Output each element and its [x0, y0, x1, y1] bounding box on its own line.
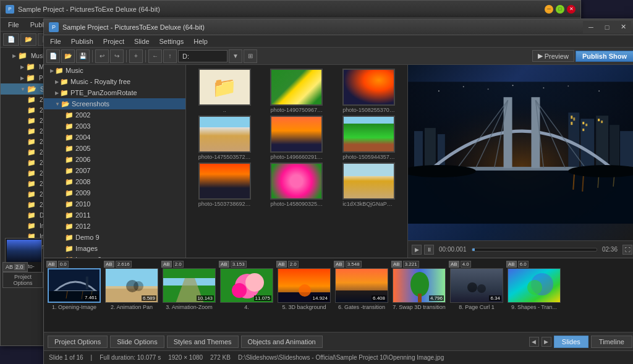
- slide-5[interactable]: AB 2.0 14.924 5. 3D background: [276, 261, 332, 329]
- nav-right-btn[interactable]: ▶: [542, 337, 551, 347]
- slide-options-btn[interactable]: Slide Options: [110, 336, 164, 348]
- tb-sep2: [126, 50, 127, 62]
- slide-8[interactable]: AB 4.0 6.34 8. Page Curl 1: [449, 261, 504, 329]
- back-maximize-btn[interactable]: □: [556, 5, 564, 14]
- ft-music[interactable]: ▶ 📁 Music: [44, 65, 185, 76]
- tb-open-btn[interactable]: 📂: [61, 49, 75, 63]
- file-thumb-0[interactable]: photo-14907509678688...: [262, 69, 332, 113]
- ft-2006[interactable]: 📁2006: [44, 154, 185, 165]
- slide-3-thumb: 10.143: [163, 268, 216, 303]
- ft-2007[interactable]: 📁2007: [44, 165, 185, 176]
- slide-4-name: 4.: [244, 304, 249, 310]
- back-menu-file[interactable]: File: [3, 20, 24, 30]
- slide-7-num: 3.221: [403, 261, 419, 268]
- file-thumb-up[interactable]: 📁 ..: [190, 69, 260, 113]
- svg-point-39: [567, 85, 569, 87]
- tb-save-btn[interactable]: 💾: [76, 49, 90, 63]
- slide-4-thumb: 11.075: [220, 268, 273, 303]
- back-minimize-btn[interactable]: ─: [545, 5, 553, 14]
- back-tb-new[interactable]: 📄: [3, 33, 19, 46]
- back-close-btn[interactable]: ✕: [567, 5, 576, 14]
- ft-2009[interactable]: 📁2009: [44, 187, 185, 198]
- file-thumb-5[interactable]: photo-15037386924899...: [190, 163, 260, 207]
- ft-2008[interactable]: 📁2008: [44, 176, 185, 187]
- slide-thumb-strip: AB 0.0 7.461 1. Opening-Image: [44, 258, 633, 332]
- menu-publish[interactable]: Publish: [66, 36, 98, 46]
- play-btn[interactable]: ▶: [412, 245, 422, 255]
- slide-1[interactable]: AB 0.0 7.461 1. Opening-Image: [46, 261, 102, 329]
- ft-demo9[interactable]: 📁Demo 9: [44, 232, 185, 243]
- file-thumb-3[interactable]: photo-14966602910407...: [262, 116, 332, 160]
- slide-6[interactable]: AB 3.548 6.408 6. Gates -transition: [334, 261, 389, 329]
- slide-9-num: 6.0: [518, 261, 529, 268]
- ft-images[interactable]: 📁Images: [44, 243, 185, 254]
- timeline-current: 00:00.001: [439, 246, 467, 253]
- back-tb-open[interactable]: 📂: [20, 33, 36, 46]
- slide-9-name: 9. Shapes - Tran...: [511, 304, 557, 310]
- tb-preview-btn[interactable]: ▶ Preview: [532, 50, 574, 62]
- ft-2004[interactable]: 📁2004: [44, 132, 185, 143]
- tb-redo-btn[interactable]: ↪: [110, 49, 124, 63]
- ft-screenshots[interactable]: ▼ 📂 Screenshots: [44, 98, 185, 109]
- menu-file[interactable]: File: [45, 36, 66, 46]
- styles-themes-btn[interactable]: Styles and Themes: [167, 336, 239, 348]
- main-maximize-btn[interactable]: □: [599, 21, 615, 33]
- menu-help[interactable]: Help: [189, 36, 213, 46]
- mini-project-options[interactable]: Project Options: [2, 272, 43, 288]
- tb-nav-up[interactable]: ↑: [163, 49, 177, 63]
- fullscreen-btn[interactable]: ⛶: [622, 245, 632, 255]
- slides-tab[interactable]: Slides: [554, 336, 588, 348]
- slide-7[interactable]: AB 3.221 4.796 7. Swap 3D transition: [391, 261, 447, 329]
- file-label-6: photo-14580903252277...: [270, 201, 323, 207]
- tb-new-btn[interactable]: 📄: [46, 49, 60, 63]
- slide-2[interactable]: AB 2.616 6.589 2. Animation Pan: [104, 261, 159, 329]
- menu-project[interactable]: Project: [98, 36, 129, 46]
- main-close-btn[interactable]: ✕: [615, 21, 631, 33]
- tb-publish-btn[interactable]: Publish Show: [576, 51, 633, 62]
- ft-2002[interactable]: 📁2002: [44, 109, 185, 121]
- main-minimize-btn[interactable]: ─: [583, 21, 599, 33]
- menu-slide[interactable]: Slide: [129, 36, 154, 46]
- slide-3-name: 3. Animation-Zoom: [166, 304, 213, 310]
- main-win-controls: ─ □ ✕: [583, 21, 631, 33]
- file-grid: 📁 .. photo-14907509678688... photo-15082…: [186, 65, 407, 258]
- file-grid-panel: 📁 .. photo-14907509678688... photo-15082…: [186, 65, 407, 258]
- slide-7-ab: AB: [391, 261, 402, 268]
- tb-nav-left[interactable]: ←: [148, 49, 162, 63]
- ft-2005[interactable]: 📁2005: [44, 143, 185, 154]
- ft-2010[interactable]: 📁2010: [44, 198, 185, 210]
- slide-9[interactable]: AB 6.0 9. Shapes - Tran...: [506, 261, 562, 329]
- tb-view-btn[interactable]: ⊞: [244, 49, 257, 63]
- tb-nav-right[interactable]: ▼: [229, 49, 242, 63]
- slide-4[interactable]: AB 3.153 11.075 4.: [219, 261, 274, 329]
- file-label-1: photo-15082553704554...: [342, 107, 395, 113]
- nav-left-btn[interactable]: ◀: [529, 337, 539, 347]
- status-sep1: |: [91, 354, 93, 361]
- file-thumb-6[interactable]: photo-14580903252277...: [262, 163, 332, 207]
- slide-6-num: 3.548: [346, 261, 362, 268]
- objects-animation-btn[interactable]: Objects and Animation: [241, 336, 323, 348]
- left-panel: ▶ 📁 Music ▶ 📁 Music - Royalty free ▶ 📁 P…: [44, 65, 186, 258]
- file-thumb-2[interactable]: photo-14755035727774...: [190, 116, 260, 160]
- ft-2012[interactable]: 📁2012: [44, 221, 185, 232]
- project-options-btn[interactable]: Project Options: [48, 336, 108, 348]
- ft-music-rf[interactable]: ▶ 📁 Music - Royalty free: [44, 76, 185, 87]
- ft-2011[interactable]: 📁2011: [44, 210, 185, 221]
- status-path: D:\Slideshows\Slideshows - Official\Samp…: [238, 354, 444, 361]
- file-thumb-1[interactable]: photo-15082553704554...: [334, 69, 404, 113]
- slide-5-duration: 14.924: [312, 295, 329, 301]
- file-thumb-4[interactable]: photo-15059443574311...: [334, 116, 404, 160]
- slide-3[interactable]: AB 2.0 10.143 3. Animation-Zoom: [161, 261, 217, 329]
- slide-1-num: 0.0: [58, 261, 69, 268]
- file-thumb-7[interactable]: ic1dX3kBQjGNaPQb8X...: [334, 163, 404, 207]
- pause-btn[interactable]: ⏸: [424, 245, 434, 255]
- ft-2003[interactable]: 📁2003: [44, 121, 185, 132]
- ft-pte[interactable]: ▶ 📁 PTE_PanZoomRotate: [44, 87, 185, 98]
- timeline-tab[interactable]: Timeline: [591, 336, 632, 348]
- menu-settings[interactable]: Settings: [155, 36, 189, 46]
- tb-path-display[interactable]: D:: [178, 50, 227, 62]
- tb-undo-btn[interactable]: ↩: [95, 49, 109, 63]
- tb-add-btn[interactable]: +: [129, 49, 143, 63]
- timeline-progress-bar[interactable]: [472, 248, 597, 252]
- main-titlebar: P Sample Project - PicturesToExe Deluxe …: [44, 19, 633, 35]
